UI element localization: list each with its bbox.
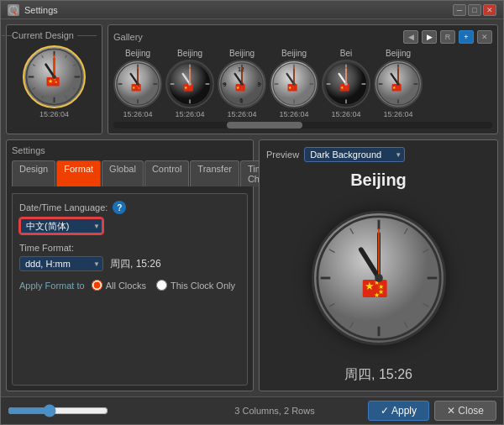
app-icon <box>8 4 19 16</box>
svg-text:3: 3 <box>258 81 261 87</box>
gallery-add-button[interactable]: + <box>459 30 474 44</box>
gallery-clock-2-time: 15:26:04 <box>175 110 204 118</box>
gallery-clock-6[interactable]: Beijing <box>374 49 423 118</box>
gallery-clock-1[interactable]: Beijing <box>113 49 162 118</box>
apply-all-clocks-radio[interactable] <box>92 280 102 291</box>
gallery-clock-4-time: 15:26:04 <box>279 110 308 118</box>
preview-clock-name: Beijing <box>350 171 407 190</box>
gallery-clock-6-face: ★ <box>374 60 423 108</box>
tab-global[interactable]: Global <box>102 160 144 186</box>
gallery-clock-2-label: Beijing <box>177 49 202 58</box>
svg-text:★: ★ <box>55 81 58 84</box>
settings-tabs: Design Format Global Control Transfer Ti… <box>12 160 248 186</box>
gallery-clock-5-face: ★ <box>322 60 370 108</box>
preview-time-display: 周四, 15:26 <box>344 366 412 384</box>
gallery-clock-5[interactable]: Bei <box>322 49 370 118</box>
gallery-clock-4[interactable]: Beijing <box>270 49 318 118</box>
footer: 3 Columns, 2 Rows ✓ Apply ✕ Close <box>1 396 503 424</box>
tab-format[interactable]: Format <box>56 160 101 186</box>
preview-panel: Preview Dark Background Light Background… <box>259 139 498 391</box>
window-title: Settings <box>24 5 453 15</box>
gallery-clock-1-face: ★ ★ ★ <box>113 60 162 108</box>
svg-point-84 <box>344 82 348 86</box>
settings-panel: Settings Design Format Global Control Tr… <box>6 139 254 391</box>
current-clock-time: 15:26:04 <box>39 110 69 118</box>
apply-format-row: Apply Format to All Clocks This Clock On… <box>19 280 240 291</box>
date-time-language-label: Date/Time Language: ? <box>19 201 240 214</box>
settings-window: Settings ─ □ ✕ Current Design <box>0 0 504 425</box>
svg-text:9: 9 <box>223 81 227 87</box>
gallery-clock-3-time: 15:26:04 <box>227 110 256 118</box>
gallery-clock-3-face: 12 9 3 6 ★ <box>218 60 266 108</box>
tab-transfer[interactable]: Transfer <box>190 160 239 186</box>
tab-control[interactable]: Control <box>144 160 189 186</box>
gallery-clock-5-time: 15:26:04 <box>331 110 360 118</box>
gallery-scrollbar-thumb <box>227 122 302 129</box>
apply-this-clock-radio[interactable] <box>156 280 167 291</box>
tab-format-content: Date/Time Language: ? 中文(简体) English 日本語… <box>12 193 248 386</box>
time-format-select[interactable]: ddd, H:mm HH:mm h:mm a ddd HH:mm <box>19 256 103 271</box>
svg-point-36 <box>136 82 139 86</box>
preview-clock-face: ★ ★ ★ ★ ★ <box>312 211 446 345</box>
main-content: Current Design <box>1 19 503 396</box>
gallery-next-button[interactable]: ▶ <box>422 30 437 44</box>
gallery-header: Gallery ◀ ▶ R + ✕ <box>113 30 492 44</box>
apply-this-clock-option[interactable]: This Clock Only <box>156 280 235 291</box>
titlebar-close-button[interactable]: ✕ <box>483 4 496 16</box>
footer-slider-container <box>8 404 181 417</box>
preview-bg-select-wrapper: Dark Background Light Background Transpa… <box>304 147 405 162</box>
time-format-select-wrapper: ddd, H:mm HH:mm h:mm a ddd HH:mm ▼ <box>19 256 103 271</box>
gallery-clock-6-label: Beijing <box>386 49 411 58</box>
language-select-wrapper: 中文(简体) English 日本語 한국어 ▼ <box>19 218 103 234</box>
gallery-clock-1-label: Beijing <box>125 49 150 58</box>
apply-format-label: Apply Format to <box>19 281 85 291</box>
preview-label: Preview <box>266 150 299 160</box>
gallery-clock-3[interactable]: Beijing <box>218 49 266 118</box>
svg-point-118 <box>375 274 383 282</box>
bottom-section: Settings Design Format Global Control Tr… <box>6 139 498 391</box>
svg-text:12: 12 <box>238 66 244 72</box>
svg-point-73 <box>292 82 296 86</box>
gallery-reset-button[interactable]: R <box>440 30 455 44</box>
svg-text:★: ★ <box>364 281 374 292</box>
footer-buttons: ✓ Apply ✕ Close <box>368 401 496 421</box>
date-time-language-group: Date/Time Language: ? 中文(简体) English 日本語… <box>19 201 240 234</box>
columns-rows-slider[interactable] <box>8 404 108 417</box>
language-select[interactable]: 中文(简体) English 日本語 한국어 <box>19 218 103 234</box>
apply-all-clocks-option[interactable]: All Clocks <box>92 280 146 291</box>
gallery-panel: Gallery ◀ ▶ R + ✕ Beijing <box>108 24 498 134</box>
apply-this-clock-label: This Clock Only <box>171 281 235 291</box>
tab-design[interactable]: Design <box>12 160 55 186</box>
gallery-clock-2[interactable]: Beijing <box>165 49 214 118</box>
preview-header: Preview Dark Background Light Background… <box>266 147 491 162</box>
current-clock-face: ★ ★ ★ <box>23 45 86 108</box>
top-section: Current Design <box>6 24 498 134</box>
gallery-clock-3-label: Beijing <box>229 49 255 58</box>
settings-panel-title: Settings <box>12 145 248 155</box>
apply-button[interactable]: ✓ Apply <box>368 401 429 421</box>
svg-point-47 <box>188 82 192 86</box>
gallery-remove-button[interactable]: ✕ <box>477 30 492 44</box>
gallery-scrollbar[interactable] <box>113 122 492 129</box>
gallery-clock-4-face: ★ <box>270 60 318 108</box>
apply-all-clocks-label: All Clocks <box>106 281 146 291</box>
gallery-prev-button[interactable]: ◀ <box>403 30 418 44</box>
footer-columns-rows: 3 Columns, 2 Rows <box>188 406 362 416</box>
maximize-button[interactable]: □ <box>468 4 481 16</box>
gallery-clock-4-label: Beijing <box>281 49 307 58</box>
gallery-clocks: Beijing <box>113 49 492 118</box>
close-button[interactable]: ✕ Close <box>434 401 496 421</box>
help-button[interactable]: ? <box>113 201 126 214</box>
svg-point-23 <box>52 75 56 79</box>
time-format-display: 周四, 15:26 <box>110 257 161 271</box>
minimize-button[interactable]: ─ <box>453 4 466 16</box>
gallery-clock-5-label: Bei <box>340 49 352 58</box>
current-design-panel: Current Design <box>6 24 102 134</box>
title-bar: Settings ─ □ ✕ <box>1 1 503 19</box>
window-controls: ─ □ ✕ <box>453 4 496 16</box>
preview-bg-select[interactable]: Dark Background Light Background Transpa… <box>304 147 405 162</box>
svg-text:★: ★ <box>374 291 380 299</box>
time-format-group: Time Format: ddd, H:mm HH:mm h:mm a ddd … <box>19 243 240 271</box>
gallery-clock-2-face: ★ <box>165 60 214 108</box>
svg-point-95 <box>396 82 400 86</box>
